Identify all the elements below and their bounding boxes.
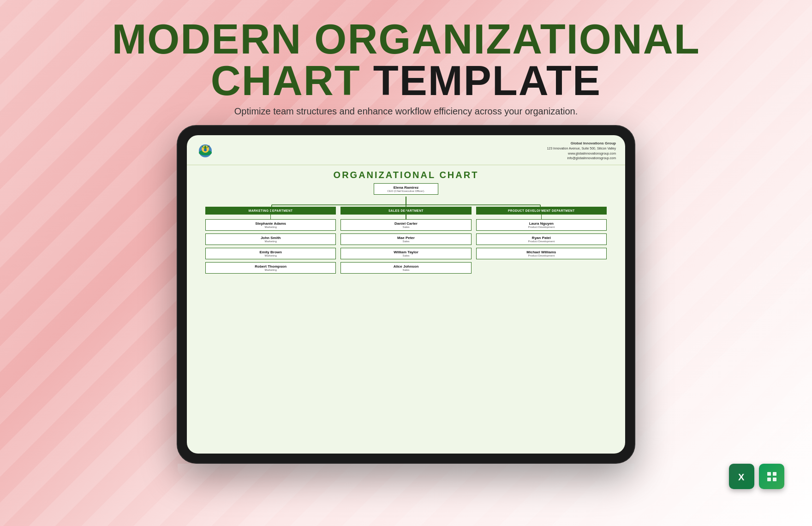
sales-person-3: Alice Johnson Sales	[340, 262, 471, 274]
prod-role-2: Product Development	[480, 254, 603, 257]
logo-area	[196, 141, 215, 159]
departments-row: MARKETING DEPARTMENT Stephanie Adams Mar…	[196, 207, 616, 276]
mkt-role-2: Marketing	[209, 254, 332, 257]
app-icons: X	[729, 464, 784, 489]
sales-name-3: Alice Johnson	[345, 264, 467, 269]
company-website: www.globalinnovationsgroup.com	[547, 151, 616, 156]
prod-person-0: Laura Nguyen Product Development	[476, 219, 607, 231]
marketing-dept-col: MARKETING DEPARTMENT Stephanie Adams Mar…	[205, 207, 336, 276]
company-name: Global Innovations Group	[547, 141, 616, 146]
company-email: info@globalinnovationsgroup.com	[547, 156, 616, 161]
ceo-name: Elena Ramirez	[380, 185, 432, 190]
sheets-icon[interactable]	[759, 464, 784, 489]
mkt-name-0: Stephanie Adams	[209, 221, 332, 226]
ceo-box: Elena Ramirez CEO (Chief Executive Offic…	[374, 183, 438, 195]
prod-name-0: Laura Nguyen	[480, 221, 603, 226]
screen-header: Global Innovations Group 123 Innovation …	[187, 135, 625, 165]
svg-rect-11	[767, 472, 771, 476]
prod-role-1: Product Development	[480, 240, 603, 243]
sales-person-0: Daniel Carter Sales	[340, 219, 471, 231]
svg-point-3	[204, 149, 207, 151]
prod-role-0: Product Development	[480, 226, 603, 228]
chart-title: ORGANIZATIONAL CHART	[187, 165, 625, 183]
product-dept-col: PRODUCT DEVELOPMENT DEPARTMENT Laura Ngu…	[476, 207, 607, 262]
excel-icon[interactable]: X	[729, 464, 754, 489]
mkt-name-1: John Smith	[209, 236, 332, 240]
main-title: MODERN ORGANIZATIONAL CHART TEMPLATE	[112, 18, 700, 102]
sales-name-1: Mae Peter	[345, 236, 467, 240]
sheets-logo-icon	[764, 469, 779, 484]
prod-person-2: Michael Williams Product Development	[476, 248, 607, 259]
svg-rect-12	[773, 472, 776, 476]
title-line1: MODERN ORGANIZATIONAL	[112, 16, 700, 62]
page-container: MODERN ORGANIZATIONAL CHART TEMPLATE Opt…	[0, 0, 812, 526]
connector-svg	[196, 205, 616, 214]
subtitle: Optimize team structures and enhance wor…	[112, 106, 700, 117]
company-info: Global Innovations Group 123 Innovation …	[547, 141, 616, 161]
mkt-person-3: Robert Thompson Marketing	[205, 262, 336, 274]
prod-name-2: Michael Williams	[480, 250, 603, 254]
ceo-role: CEO (Chief Executive Officer).	[380, 190, 432, 192]
mkt-connector	[270, 215, 271, 219]
sales-person-1: Mae Peter Sales	[340, 233, 471, 245]
prod-person-1: Ryan Patel Product Development	[476, 233, 607, 245]
sales-role-2: Sales	[345, 254, 467, 257]
title-template: TEMPLATE	[373, 58, 601, 104]
sales-name-2: William Taylor	[345, 250, 467, 254]
mkt-role-1: Marketing	[209, 240, 332, 243]
mkt-role-0: Marketing	[209, 226, 332, 228]
tablet-frame: Global Innovations Group 123 Innovation …	[178, 126, 634, 463]
sales-name-0: Daniel Carter	[345, 221, 467, 226]
svg-rect-14	[773, 478, 776, 481]
svg-rect-10	[764, 469, 779, 484]
sales-role-0: Sales	[345, 226, 467, 228]
mkt-name-2: Emily Brown	[209, 250, 332, 254]
mkt-name-3: Robert Thompson	[209, 264, 332, 269]
company-logo-icon	[196, 141, 215, 159]
ceo-level: Elena Ramirez CEO (Chief Executive Offic…	[196, 183, 616, 195]
company-address: 123 Innovation Avenue, Suite 500, Silico…	[547, 146, 616, 151]
tablet-screen: Global Innovations Group 123 Innovation …	[187, 135, 625, 454]
mkt-person-2: Emily Brown Marketing	[205, 248, 336, 259]
mkt-person-1: John Smith Marketing	[205, 233, 336, 245]
title-section: MODERN ORGANIZATIONAL CHART TEMPLATE Opt…	[112, 18, 700, 117]
tablet-reflection	[178, 464, 634, 478]
prod-name-1: Ryan Patel	[480, 236, 603, 240]
mkt-person-0: Stephanie Adams Marketing	[205, 219, 336, 231]
sales-role-3: Sales	[345, 269, 467, 271]
sales-person-2: William Taylor Sales	[340, 248, 471, 259]
sales-connector	[406, 215, 406, 219]
svg-rect-13	[767, 478, 771, 481]
prod-connector	[541, 215, 542, 219]
sales-dept-col: SALES DEPARTMENT Daniel Carter Sales Mae…	[340, 207, 471, 276]
svg-text:X: X	[738, 472, 745, 482]
title-chart: CHART	[211, 58, 361, 104]
sales-role-1: Sales	[345, 240, 467, 243]
excel-logo-icon: X	[734, 469, 749, 484]
h-connector-row	[196, 205, 616, 206]
org-chart-area: Elena Ramirez CEO (Chief Executive Offic…	[187, 183, 625, 454]
ceo-connector-v	[406, 197, 406, 205]
mkt-role-3: Marketing	[209, 269, 332, 271]
